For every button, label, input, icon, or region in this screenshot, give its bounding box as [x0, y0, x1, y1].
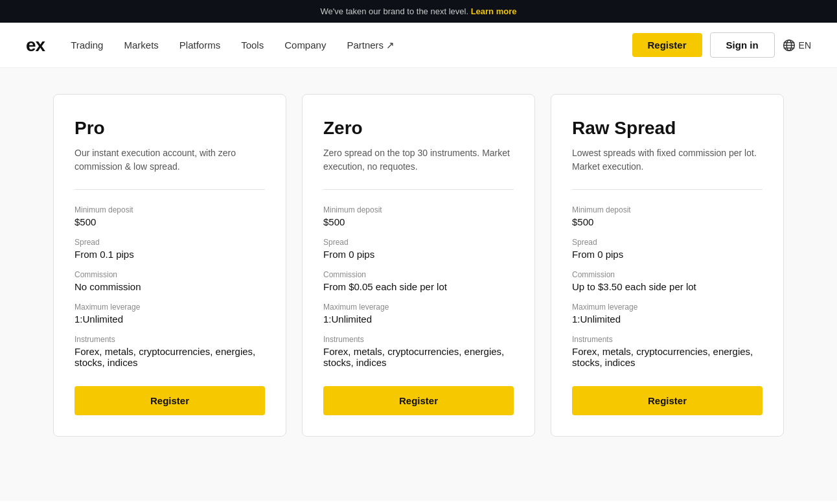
card-1: ZeroZero spread on the top 30 instrument…: [302, 94, 535, 437]
card-field-2-1: SpreadFrom 0 pips: [572, 238, 762, 260]
card-field-2-2: CommissionUp to $3.50 each side per lot: [572, 270, 762, 292]
card-description-1: Zero spread on the top 30 instruments. M…: [323, 146, 514, 174]
card-divider-2: [572, 189, 762, 190]
card-field-0-0: Minimum deposit$500: [75, 205, 265, 227]
card-field-label-2-2: Commission: [572, 270, 762, 279]
card-field-value-0-0: $500: [75, 216, 265, 227]
card-divider-0: [75, 189, 265, 190]
card-field-1-0: Minimum deposit$500: [323, 205, 514, 227]
card-field-label-0-1: Spread: [75, 238, 265, 247]
card-field-label-2-0: Minimum deposit: [572, 205, 762, 214]
card-field-value-1-4: Forex, metals, cryptocurrencies, energie…: [323, 346, 514, 368]
card-register-button-0[interactable]: Register: [75, 386, 265, 415]
card-register-button-2[interactable]: Register: [572, 386, 762, 415]
announcement-text: We've taken our brand to the next level.: [321, 6, 468, 16]
card-field-label-0-3: Maximum leverage: [75, 303, 265, 312]
header-actions: Register Sign in EN: [632, 32, 811, 58]
nav-tools[interactable]: Tools: [241, 40, 264, 51]
card-field-label-0-2: Commission: [75, 270, 265, 279]
card-divider-1: [323, 189, 514, 190]
card-title-2: Raw Spread: [572, 118, 762, 139]
card-field-value-2-2: Up to $3.50 each side per lot: [572, 281, 762, 292]
card-field-value-1-2: From $0.05 each side per lot: [323, 281, 514, 292]
main-content: ProOur instant execution account, with z…: [0, 68, 837, 501]
card-field-2-0: Minimum deposit$500: [572, 205, 762, 227]
card-field-label-1-2: Commission: [323, 270, 514, 279]
card-field-value-0-2: No commission: [75, 281, 265, 292]
card-field-value-1-1: From 0 pips: [323, 249, 514, 260]
globe-icon: [783, 39, 796, 52]
card-field-label-1-1: Spread: [323, 238, 514, 247]
header: ex Trading Markets Platforms Tools Compa…: [0, 23, 837, 68]
card-title-0: Pro: [75, 118, 265, 139]
card-description-0: Our instant execution account, with zero…: [75, 146, 265, 174]
card-register-button-1[interactable]: Register: [323, 386, 514, 415]
nav-markets[interactable]: Markets: [124, 40, 158, 51]
card-field-value-0-4: Forex, metals, cryptocurrencies, energie…: [75, 346, 265, 368]
card-field-0-3: Maximum leverage1:Unlimited: [75, 303, 265, 325]
card-field-label-1-3: Maximum leverage: [323, 303, 514, 312]
card-field-label-1-4: Instruments: [323, 335, 514, 344]
nav-company[interactable]: Company: [284, 40, 326, 51]
header-register-button[interactable]: Register: [632, 33, 702, 57]
card-field-value-2-3: 1:Unlimited: [572, 314, 762, 325]
main-nav: Trading Markets Platforms Tools Company …: [71, 40, 632, 51]
card-fields-2: Minimum deposit$500SpreadFrom 0 pipsComm…: [572, 205, 762, 368]
card-field-value-1-3: 1:Unlimited: [323, 314, 514, 325]
card-2: Raw SpreadLowest spreads with fixed comm…: [551, 94, 784, 437]
card-field-label-2-1: Spread: [572, 238, 762, 247]
card-field-1-2: CommissionFrom $0.05 each side per lot: [323, 270, 514, 292]
announcement-link[interactable]: Learn more: [471, 6, 517, 16]
card-0: ProOur instant execution account, with z…: [53, 94, 286, 437]
nav-partners[interactable]: Partners ↗: [347, 40, 395, 51]
nav-trading[interactable]: Trading: [71, 40, 103, 51]
card-field-value-2-1: From 0 pips: [572, 249, 762, 260]
card-field-0-4: InstrumentsForex, metals, cryptocurrenci…: [75, 335, 265, 368]
lang-label: EN: [799, 40, 811, 51]
card-field-1-1: SpreadFrom 0 pips: [323, 238, 514, 260]
card-field-1-3: Maximum leverage1:Unlimited: [323, 303, 514, 325]
card-field-value-1-0: $500: [323, 216, 514, 227]
card-fields-1: Minimum deposit$500SpreadFrom 0 pipsComm…: [323, 205, 514, 368]
card-field-2-3: Maximum leverage1:Unlimited: [572, 303, 762, 325]
card-description-2: Lowest spreads with fixed commission per…: [572, 146, 762, 174]
card-field-value-0-1: From 0.1 pips: [75, 249, 265, 260]
cards-container: ProOur instant execution account, with z…: [39, 94, 798, 437]
card-field-label-0-0: Minimum deposit: [75, 205, 265, 214]
card-fields-0: Minimum deposit$500SpreadFrom 0.1 pipsCo…: [75, 205, 265, 368]
language-selector[interactable]: EN: [783, 39, 811, 52]
card-field-value-2-0: $500: [572, 216, 762, 227]
card-field-label-2-4: Instruments: [572, 335, 762, 344]
card-field-label-2-3: Maximum leverage: [572, 303, 762, 312]
card-field-2-4: InstrumentsForex, metals, cryptocurrenci…: [572, 335, 762, 368]
card-field-1-4: InstrumentsForex, metals, cryptocurrenci…: [323, 335, 514, 368]
header-signin-button[interactable]: Sign in: [710, 32, 775, 58]
card-field-label-1-0: Minimum deposit: [323, 205, 514, 214]
logo-text: ex: [26, 35, 45, 56]
card-title-1: Zero: [323, 118, 514, 139]
card-field-0-1: SpreadFrom 0.1 pips: [75, 238, 265, 260]
card-field-value-2-4: Forex, metals, cryptocurrencies, energie…: [572, 346, 762, 368]
nav-platforms[interactable]: Platforms: [179, 40, 220, 51]
announcement-bar: We've taken our brand to the next level.…: [0, 0, 837, 23]
card-field-0-2: CommissionNo commission: [75, 270, 265, 292]
card-field-label-0-4: Instruments: [75, 335, 265, 344]
logo[interactable]: ex: [26, 35, 45, 56]
card-field-value-0-3: 1:Unlimited: [75, 314, 265, 325]
